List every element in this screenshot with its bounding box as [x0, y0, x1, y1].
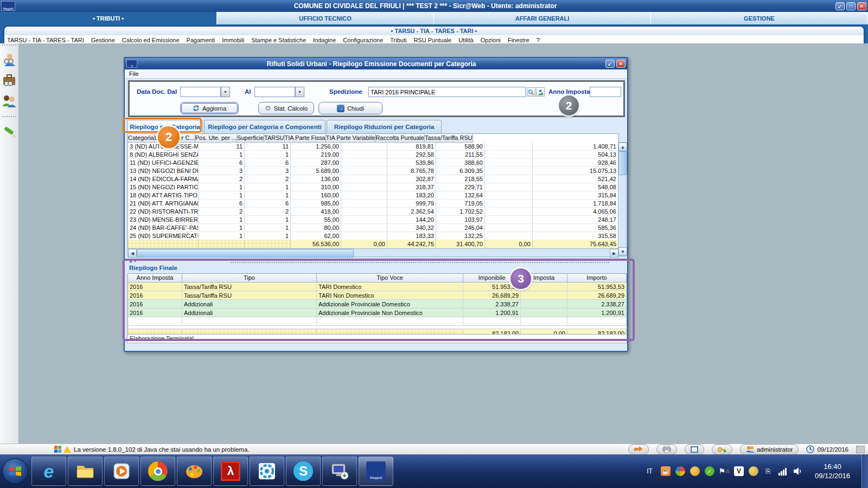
briefcase-search-icon[interactable] [2, 73, 17, 88]
tab-riepilogo-categoria-componenti[interactable]: Riepilogo per Categoria e Componenti [204, 120, 326, 133]
taskbar-chrome[interactable] [141, 457, 175, 486]
menu-item[interactable]: Pagamenti [187, 37, 215, 43]
column-header[interactable]: Tassa/Tariffa RSU [425, 134, 473, 143]
taskbar-file-explorer[interactable] [68, 457, 103, 486]
current-user-button[interactable]: administrator [740, 444, 799, 455]
horizontal-scrollbar[interactable]: ◀ ▶ [127, 248, 619, 257]
table-row[interactable]: 15 (ND) NEGOZI PARTICOLARI-MAGAZZI 1 1 3… [128, 183, 618, 191]
table-row[interactable]: 24 (ND) BAR-CAFFE'-PASTICCERIA 1 1 80,00… [128, 224, 618, 232]
taskbar-maggioli-active[interactable]: Maggioli [359, 457, 393, 486]
person-search-icon[interactable] [2, 52, 17, 67]
flag-warning-icon[interactable]: ⚑⚠ [719, 466, 729, 476]
taskbar-internet-explorer[interactable]: e [31, 457, 66, 486]
scroll-down-icon[interactable]: ▼ [618, 247, 627, 256]
anno-imposta-input[interactable] [590, 87, 621, 97]
table-row[interactable]: 11 (ND) UFFICI-AGENZIE-STUDI PROFES 6 6 … [128, 159, 618, 167]
taskbar-paint[interactable] [177, 457, 212, 486]
check-icon[interactable]: ✓ [705, 466, 714, 476]
column-header[interactable]: TIA Parte Variabile [326, 134, 376, 143]
restore-icon[interactable]: ↙ [605, 60, 615, 68]
maximize-icon[interactable]: □ [846, 2, 856, 10]
window-titlebar[interactable]: M Rifiuti Solidi Urbani - Riepilogo Emis… [125, 58, 627, 69]
scroll-up-icon[interactable]: ▲ [618, 143, 627, 151]
scrollbar-thumb[interactable] [618, 151, 627, 175]
column-header[interactable]: Pos. Ute. per ... [195, 134, 237, 143]
column-header[interactable]: Categoria [128, 134, 155, 143]
window-button[interactable] [685, 444, 704, 455]
print-button[interactable] [656, 444, 677, 455]
taskbar-skype[interactable]: S [286, 457, 321, 486]
column-header[interactable]: Raccolta Puntuale [376, 134, 425, 143]
menu-item[interactable]: Opzioni [481, 37, 501, 43]
toolbar-grip[interactable] [2, 116, 16, 119]
aggiorna-button[interactable]: Aggiorna [180, 102, 239, 114]
share-button[interactable] [628, 444, 649, 455]
battery-icon[interactable]: ⎘ [763, 466, 773, 476]
menu-item[interactable]: Calcolo ed Emissione [122, 37, 180, 43]
module-tab[interactable]: UFFICIO TECNICO [217, 12, 434, 24]
taskbar-acrobat[interactable]: λ [213, 457, 248, 486]
restore-icon[interactable]: ↙ [835, 2, 845, 10]
pencil-icon[interactable] [2, 124, 17, 139]
column-header[interactable]: Superficie [237, 134, 264, 143]
table-row[interactable]: 22 (ND) RISTORANTI-TRATTORIE-PIZZER 2 2 … [128, 208, 618, 216]
taskbar-clock[interactable]: 16:40 09/12/2016 [815, 462, 850, 480]
module-tab[interactable]: AFFARI GENERALI [434, 12, 651, 24]
palette-tray-icon[interactable] [690, 466, 700, 476]
menu-item[interactable]: TARSU - TIA - TARES - TARI [7, 37, 84, 43]
date-from-input[interactable] [180, 87, 221, 97]
vnc-icon[interactable]: V [734, 466, 744, 476]
scrollbar-thumb[interactable] [137, 249, 354, 258]
show-desktop-button[interactable] [861, 454, 868, 488]
table-row[interactable]: 25 (ND) SUPERMERCATO-GENERI ALIMEN 1 1 6… [128, 232, 618, 240]
taskbar-media-player[interactable] [104, 457, 139, 486]
scroll-left-icon[interactable]: ◀ [128, 249, 137, 258]
stat-calcolo-button[interactable]: ⚙ Stat. Calcolo [258, 102, 314, 114]
search-icon[interactable] [527, 87, 535, 97]
taskbar-lotus[interactable] [250, 457, 284, 486]
menu-item[interactable]: Utilità [458, 37, 474, 43]
menu-item[interactable]: Stampe e Statistiche [251, 37, 306, 43]
table-row[interactable]: 21 (ND) ATT. ARTIGIANALI DI PROD.BEN 6 6… [128, 200, 618, 208]
menu-item[interactable]: Finestre [508, 37, 529, 43]
table-row[interactable]: 8 (ND) ALBERGHI SENZA RISTORANTE 1 1 219… [128, 151, 618, 159]
spedizione-input[interactable] [368, 87, 526, 97]
key-button[interactable] [712, 444, 732, 455]
tab-riepilogo-riduzioni[interactable]: Riepilogo Riduzioni per Categoria [327, 120, 442, 133]
table-row[interactable]: 18 (ND) ATT.ARTIG.TIPO BOTTEGHE-FAL 1 1 … [128, 191, 618, 200]
vertical-scrollbar[interactable]: ▲ ▼ [618, 142, 627, 256]
menu-item[interactable]: Immobili [222, 37, 244, 43]
menu-item[interactable]: Gestione [91, 37, 115, 43]
column-header[interactable]: TARSU [264, 134, 284, 143]
chevron-down-icon[interactable]: ▼ [295, 87, 304, 97]
start-orb[interactable] [2, 458, 28, 484]
close-icon[interactable]: ✕ [857, 2, 866, 10]
menu-item[interactable]: Indagine [313, 37, 336, 43]
menu-item[interactable]: ? [537, 37, 540, 43]
window-menu-file[interactable]: File [125, 69, 627, 79]
menu-item[interactable]: Tributi [390, 37, 406, 43]
table-row[interactable]: 3 (ND) AUTORIMESSE-MAGAZZINI SENZA 11 11… [128, 143, 618, 151]
table-row[interactable]: 13 (ND) NEGOZI BENI DUREVOLI- ABBIGL 3 3… [128, 167, 618, 175]
table-row[interactable]: 14 (ND) EDICOLA-FARMACIA-TABACCAI 2 2 13… [128, 175, 618, 183]
menu-item[interactable]: RSU Puntuale [413, 37, 451, 43]
avg-icon[interactable] [675, 466, 685, 476]
people-icon[interactable] [2, 93, 17, 108]
table-row[interactable]: 23 (ND) MENSE-BIRRERIE-AMBURGHERIE 1 1 5… [128, 216, 618, 224]
date-to-input[interactable] [254, 87, 295, 97]
chevron-down-icon[interactable]: ▼ [221, 87, 230, 97]
module-tab[interactable]: GESTIONE [651, 12, 868, 24]
language-indicator[interactable]: IT [647, 467, 653, 475]
speaker-icon[interactable] [793, 466, 802, 476]
column-header[interactable]: TIA Parte Fissa [285, 134, 326, 143]
taskbar-remote-desktop[interactable] [322, 457, 357, 486]
person-lookup-icon[interactable] [536, 87, 545, 97]
close-icon[interactable]: ✕ [616, 60, 626, 68]
signal-icon[interactable] [778, 466, 788, 476]
toolbar-grip[interactable] [2, 44, 16, 48]
scroll-right-icon[interactable]: ▶ [610, 249, 618, 258]
module-tab[interactable]: • TRIBUTI • [0, 12, 217, 24]
menu-item[interactable]: Configurazione [343, 37, 383, 43]
disc-icon[interactable] [749, 466, 758, 476]
chiudi-button[interactable]: → Chiudi [318, 102, 382, 114]
